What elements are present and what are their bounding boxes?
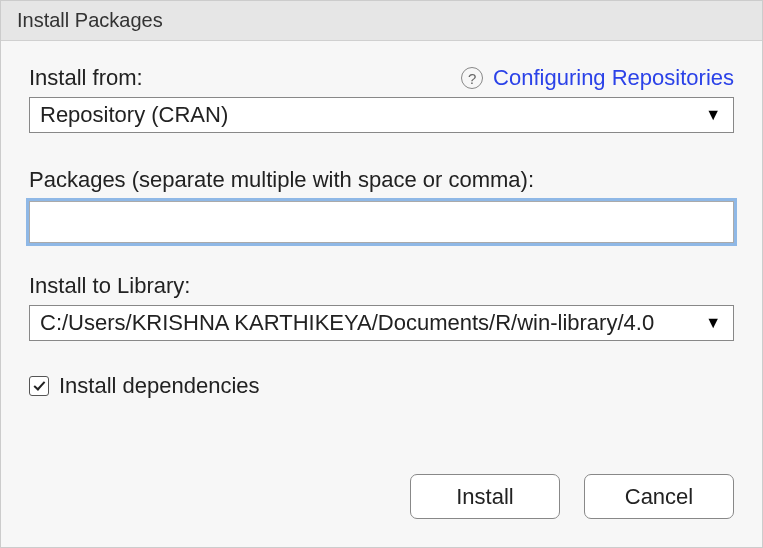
packages-input[interactable] bbox=[29, 201, 734, 243]
install-button[interactable]: Install bbox=[410, 474, 560, 519]
help-area: ? Configuring Repositories bbox=[461, 65, 734, 91]
install-dependencies-label: Install dependencies bbox=[59, 373, 260, 399]
install-from-value: Repository (CRAN) bbox=[40, 102, 228, 128]
help-icon[interactable]: ? bbox=[461, 67, 483, 89]
install-to-value: C:/Users/KRISHNA KARTHIKEYA/Documents/R/… bbox=[40, 310, 654, 336]
install-from-row: Install from: ? Configuring Repositories bbox=[29, 65, 734, 91]
install-dependencies-checkbox[interactable] bbox=[29, 376, 49, 396]
dialog-footer: Install Cancel bbox=[1, 474, 762, 547]
chevron-down-icon: ▼ bbox=[705, 106, 721, 124]
chevron-down-icon: ▼ bbox=[705, 314, 721, 332]
cancel-button[interactable]: Cancel bbox=[584, 474, 734, 519]
install-to-label: Install to Library: bbox=[29, 273, 734, 299]
install-to-select[interactable]: C:/Users/KRISHNA KARTHIKEYA/Documents/R/… bbox=[29, 305, 734, 341]
dialog-title: Install Packages bbox=[17, 9, 163, 32]
install-dependencies-row: Install dependencies bbox=[29, 373, 734, 399]
dialog-content: Install from: ? Configuring Repositories… bbox=[1, 41, 762, 474]
packages-label: Packages (separate multiple with space o… bbox=[29, 167, 734, 193]
install-from-select[interactable]: Repository (CRAN) ▼ bbox=[29, 97, 734, 133]
checkmark-icon bbox=[33, 378, 45, 390]
configuring-repositories-link[interactable]: Configuring Repositories bbox=[493, 65, 734, 91]
install-from-label: Install from: bbox=[29, 65, 143, 91]
dialog-titlebar: Install Packages bbox=[1, 1, 762, 41]
